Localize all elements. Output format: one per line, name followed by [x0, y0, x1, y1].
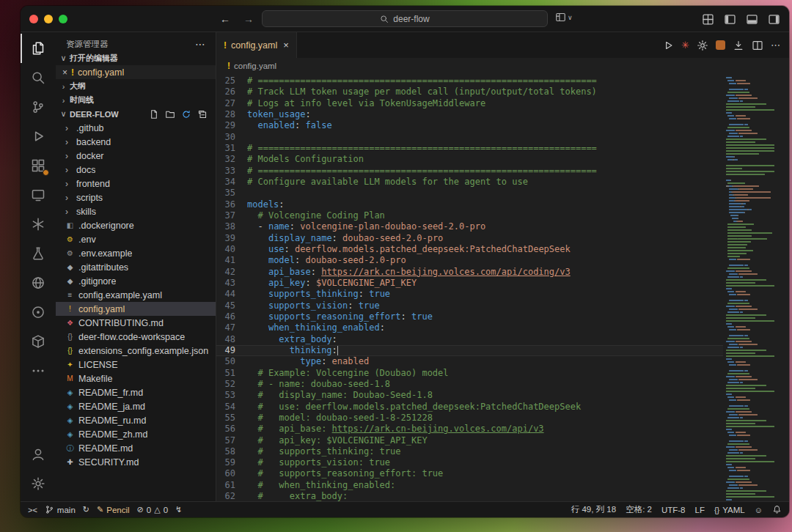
file-.env[interactable]: ⚙.env [56, 232, 216, 246]
split-editor-button[interactable] [752, 40, 763, 51]
file-CONTRIBUTING.md[interactable]: ❖CONTRIBUTING.md [56, 316, 216, 330]
language-mode-button[interactable]: {}YAML [714, 506, 745, 514]
file-LICENSE[interactable]: ✦LICENSE [56, 358, 216, 372]
file-README_fr.md[interactable]: ◈README_fr.md [56, 385, 216, 399]
minimap-line [726, 177, 788, 178]
command-center-search[interactable]: deer-flow [262, 10, 548, 27]
activity-run-debug[interactable] [21, 122, 56, 151]
run-button[interactable] [662, 40, 674, 51]
line-content: # Configure available LLM models for the… [247, 177, 723, 188]
cursor-position-button[interactable]: 行 49, 列 18 [571, 504, 616, 515]
activity-settings[interactable] [21, 469, 56, 498]
code-line-29: 29 enabled: false [216, 120, 723, 131]
file-README_zh.md[interactable]: ◈README_zh.md [56, 427, 216, 441]
open-editor-config-yaml[interactable]: × ! config.yaml [56, 65, 216, 79]
file-Makefile[interactable]: MMakefile [56, 372, 216, 385]
tab-config-yaml[interactable]: ! config.yaml × [216, 32, 297, 58]
file-SECURITY.md[interactable]: ✚SECURITY.md [56, 455, 216, 469]
file-extensions_config.example.json[interactable]: {}extensions_config.example.json [56, 344, 216, 358]
activity-explorer[interactable] [21, 34, 56, 63]
zoom-window-button[interactable] [59, 15, 67, 23]
file-.gitignore[interactable]: ◆.gitignore [56, 274, 216, 288]
file-config.example.yaml[interactable]: ≡config.example.yaml [56, 288, 216, 302]
new-file-button[interactable] [149, 109, 159, 119]
code-line-28: 28token_usage: [216, 109, 723, 120]
close-icon[interactable]: × [62, 67, 67, 78]
indentation-button[interactable]: 空格: 2 [626, 504, 652, 515]
problems-button[interactable]: ⊘0△0 [137, 505, 169, 514]
remote-indicator[interactable]: >< [28, 506, 37, 514]
minimap-line [726, 329, 788, 330]
sync-button[interactable]: ↻ [83, 505, 89, 514]
activity-circle-extension[interactable] [21, 298, 56, 327]
activity-more-views[interactable] [21, 356, 56, 385]
eol-button[interactable]: LF [695, 506, 705, 514]
minimap-line [726, 265, 788, 266]
activity-package-extension[interactable] [21, 327, 56, 356]
collapse-all-button[interactable] [197, 109, 208, 119]
pencil-extension-button[interactable]: ✎Pencil [97, 505, 130, 514]
gear-action-icon[interactable] [697, 40, 708, 51]
back-button[interactable]: ← [220, 13, 230, 25]
activity-search[interactable] [21, 63, 56, 92]
new-folder-button[interactable] [165, 109, 175, 119]
timeline-section[interactable]: › 时间线 [56, 93, 216, 107]
file-config.yaml[interactable]: !config.yaml [56, 302, 216, 316]
code-editor[interactable]: 25# ====================================… [216, 74, 723, 501]
prettier-icon[interactable]: ✳ [681, 40, 689, 51]
folder-scripts[interactable]: ›scripts [56, 191, 216, 204]
layout-dropdown-button[interactable]: ∨ [555, 12, 573, 23]
tree-item-label: README_fr.md [78, 388, 143, 398]
activity-remote-explorer[interactable] [21, 180, 56, 210]
outline-section[interactable]: › 大纲 [56, 79, 216, 93]
line-number: 30 [216, 132, 247, 143]
encoding-button[interactable]: UTF-8 [661, 506, 686, 514]
extension-square-icon[interactable] [716, 40, 725, 50]
open-editors-section[interactable]: ∨ 打开的编辑器 [56, 51, 216, 65]
toggle-primary-sidebar-button[interactable] [724, 13, 736, 26]
workspace-root[interactable]: ∨ DEER-FLOW [56, 107, 216, 121]
file-README_ja.md[interactable]: ◈README_ja.md [56, 399, 216, 413]
activity-source-control[interactable] [21, 92, 56, 122]
file-.dockerignore[interactable]: ◧.dockerignore [56, 218, 216, 232]
folder-docker[interactable]: ›docker [56, 149, 216, 163]
file-README.md[interactable]: ⓘREADME.md [56, 441, 216, 455]
code-line-57: 57 # api_key: $VOLCENGINE_API_KEY [216, 435, 723, 446]
activity-extensions[interactable] [21, 151, 56, 180]
activity-snowflake-extension[interactable] [21, 210, 56, 239]
folder-frontend[interactable]: ›frontend [56, 177, 216, 191]
folder-backend[interactable]: ›backend [56, 135, 216, 149]
toggle-panel-button[interactable] [746, 13, 758, 26]
more-actions-button[interactable]: ⋯ [771, 40, 780, 51]
folder-.github[interactable]: ›.github [56, 121, 216, 135]
forward-button[interactable]: → [243, 13, 254, 25]
minimap-line [726, 232, 788, 234]
goto-file-icon[interactable] [733, 40, 744, 51]
minimap[interactable] [723, 74, 789, 501]
tree-item-label: .github [76, 123, 104, 133]
close-window-button[interactable] [29, 15, 38, 23]
file-README_ru.md[interactable]: ◈README_ru.md [56, 413, 216, 427]
minimap-line [726, 156, 788, 158]
file-.env.example[interactable]: ⚙.env.example [56, 246, 216, 260]
close-tab-icon[interactable]: × [283, 40, 289, 51]
git-branch-button[interactable]: main [45, 505, 76, 514]
folder-docs[interactable]: ›docs [56, 163, 216, 177]
refresh-button[interactable] [181, 109, 191, 119]
activity-accounts[interactable] [21, 440, 56, 469]
minimap-line [726, 493, 788, 495]
file-deer-flow.code-workspace[interactable]: {}deer-flow.code-workspace [56, 330, 216, 344]
activity-globe-extension[interactable] [21, 268, 56, 298]
lightning-indicator[interactable]: ↯ [175, 505, 182, 514]
toggle-secondary-sidebar-button[interactable] [768, 13, 780, 26]
activity-flask-extension[interactable] [21, 239, 56, 268]
sidebar-more-actions[interactable]: ⋯ [195, 38, 205, 50]
feedback-button[interactable]: ☺ [755, 506, 763, 514]
notifications-button[interactable] [772, 505, 782, 514]
folder-skills[interactable]: ›skills [56, 204, 216, 218]
minimap-line [726, 320, 788, 322]
file-.gitattributes[interactable]: ◆.gitattributes [56, 260, 216, 274]
breadcrumb[interactable]: ! config.yaml [216, 58, 789, 74]
customize-layout-button[interactable] [702, 13, 714, 26]
minimize-window-button[interactable] [44, 15, 53, 23]
